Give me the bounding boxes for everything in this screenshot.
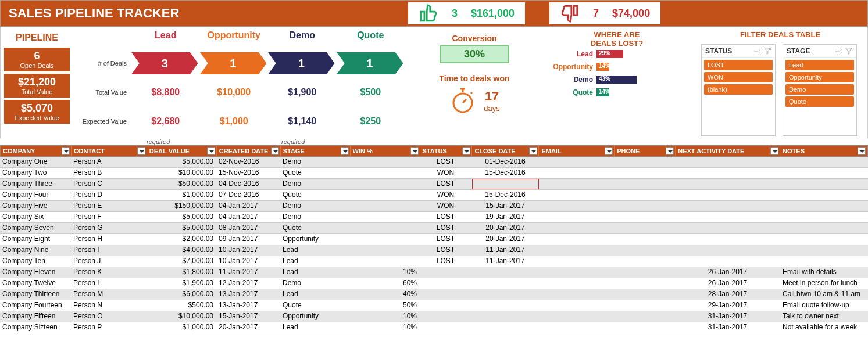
cell-next-activity[interactable]: 26-Jan-2017 (676, 278, 780, 289)
cell-stage[interactable]: Lead (280, 267, 350, 278)
cell-company[interactable]: Company Seven (0, 223, 71, 233)
cell-company[interactable]: Company Fourteen (0, 300, 71, 311)
cell-close-date[interactable] (472, 311, 539, 322)
col-header-win-%[interactable]: WIN % (351, 146, 420, 156)
cell-created-date[interactable]: 13-Jan-2017 (216, 289, 280, 300)
cell-next-activity[interactable]: 31-Jan-2017 (676, 311, 780, 322)
status-item-won[interactable]: WON (704, 72, 773, 82)
cell-win-pct[interactable] (350, 168, 420, 178)
cell-status[interactable]: LOST (420, 256, 472, 267)
cell-created-date[interactable]: 20-Jan-2017 (216, 322, 280, 333)
cell-deal-value[interactable]: $500.00 (147, 300, 216, 311)
cell-deal-value[interactable]: $5,000.00 (147, 212, 216, 222)
col-header-company[interactable]: COMPANY (1, 146, 72, 156)
stage-item-demo[interactable]: Demo (785, 84, 854, 95)
status-slicer[interactable]: STATUS LOSTWON(blank) (701, 44, 776, 136)
cell-win-pct[interactable]: 10% (350, 311, 420, 322)
cell-status[interactable]: LOST (420, 245, 472, 256)
cell-notes[interactable] (780, 223, 867, 233)
status-item-lost[interactable]: LOST (704, 60, 773, 70)
cell-notes[interactable] (780, 212, 867, 222)
filter-dropdown-icon[interactable] (137, 147, 145, 155)
cell-notes[interactable] (780, 179, 867, 189)
stage-item-lead[interactable]: Lead (785, 60, 854, 70)
cell-win-pct[interactable] (350, 212, 420, 222)
cell-phone[interactable] (615, 311, 676, 322)
cell-notes[interactable] (780, 168, 867, 178)
table-row[interactable]: Company Two Person B $10,000.00 15-Nov-2… (0, 168, 868, 179)
table-row[interactable]: Company Seven Person G $5,000.00 08-Jan-… (0, 223, 868, 234)
cell-notes[interactable]: Email quote follow-up (780, 300, 867, 311)
cell-win-pct[interactable] (350, 179, 420, 189)
cell-contact[interactable]: Person N (71, 300, 147, 311)
filter-dropdown-icon[interactable] (271, 147, 279, 155)
cell-email[interactable] (539, 267, 615, 278)
cell-contact[interactable]: Person H (71, 234, 147, 245)
cell-status[interactable]: LOST (420, 179, 472, 189)
table-row[interactable]: Company Five Person E $150,000.00 04-Jan… (0, 201, 868, 212)
cell-email[interactable] (539, 300, 615, 311)
cell-deal-value[interactable]: $10,000.00 (147, 168, 216, 178)
cell-win-pct[interactable]: 60% (350, 278, 420, 289)
cell-status[interactable]: LOST (420, 234, 472, 245)
table-row[interactable]: Company Sizteen Person P $1,000.00 20-Ja… (0, 322, 868, 333)
cell-phone[interactable] (615, 223, 676, 233)
stage-item-opportunity[interactable]: Opportunity (785, 72, 854, 82)
cell-close-date[interactable] (472, 179, 539, 189)
multiselect-icon[interactable] (753, 47, 761, 55)
table-row[interactable]: Company Eleven Person K $1,800.00 11-Jan… (0, 267, 868, 278)
cell-phone[interactable] (615, 234, 676, 245)
cell-deal-value[interactable]: $5,000.00 (147, 157, 216, 167)
cell-close-date[interactable]: 11-Jan-2017 (472, 245, 539, 256)
table-row[interactable]: Company Ten Person J $7,000.00 10-Jan-20… (0, 256, 868, 267)
cell-stage[interactable]: Quote (280, 300, 350, 311)
cell-deal-value[interactable]: $6,000.00 (147, 289, 216, 300)
cell-phone[interactable] (615, 157, 676, 167)
stage-slicer[interactable]: STAGE LeadOpportunityDemoQuote (783, 44, 857, 136)
cell-next-activity[interactable] (676, 168, 780, 178)
cell-win-pct[interactable] (350, 234, 420, 245)
cell-notes[interactable] (780, 256, 867, 267)
cell-win-pct[interactable] (350, 157, 420, 167)
cell-created-date[interactable]: 08-Jan-2017 (216, 223, 280, 233)
cell-close-date[interactable] (472, 322, 539, 333)
table-row[interactable]: Company Fourteen Person N $500.00 13-Jan… (0, 300, 868, 311)
cell-win-pct[interactable]: 10% (350, 267, 420, 278)
cell-phone[interactable] (615, 179, 676, 189)
cell-email[interactable] (539, 245, 615, 256)
cell-win-pct[interactable] (350, 256, 420, 267)
cell-email[interactable] (539, 179, 615, 189)
cell-stage[interactable]: Lead (280, 256, 350, 267)
cell-created-date[interactable]: 04-Jan-2017 (216, 212, 280, 222)
table-row[interactable]: Company Nine Person I $4,000.00 10-Jan-2… (0, 245, 868, 256)
cell-contact[interactable]: Person K (71, 267, 147, 278)
cell-deal-value[interactable]: $4,000.00 (147, 245, 216, 256)
cell-company[interactable]: Company Nine (0, 245, 71, 256)
cell-status[interactable]: LOST (420, 223, 472, 233)
cell-created-date[interactable]: 15-Nov-2016 (216, 168, 280, 178)
cell-phone[interactable] (615, 168, 676, 178)
cell-deal-value[interactable]: $1,900.00 (147, 278, 216, 289)
cell-created-date[interactable]: 10-Jan-2017 (216, 256, 280, 267)
clear-filter-icon[interactable] (845, 47, 853, 55)
cell-stage[interactable]: Demo (280, 201, 350, 211)
cell-next-activity[interactable] (676, 256, 780, 267)
cell-next-activity[interactable] (676, 212, 780, 222)
cell-created-date[interactable]: 10-Jan-2017 (216, 245, 280, 256)
cell-deal-value[interactable]: $2,000.00 (147, 234, 216, 245)
cell-phone[interactable] (615, 322, 676, 333)
cell-contact[interactable]: Person C (71, 179, 147, 189)
col-header-stage[interactable]: STAGE (281, 146, 351, 156)
cell-created-date[interactable]: 02-Nov-2016 (216, 157, 280, 167)
cell-phone[interactable] (615, 201, 676, 211)
filter-dropdown-icon[interactable] (207, 147, 215, 155)
cell-deal-value[interactable]: $7,000.00 (147, 256, 216, 267)
table-row[interactable]: Company Thirteen Person M $6,000.00 13-J… (0, 289, 868, 300)
cell-win-pct[interactable] (350, 190, 420, 200)
cell-next-activity[interactable]: 26-Jan-2017 (676, 267, 780, 278)
cell-deal-value[interactable]: $1,000.00 (147, 190, 216, 200)
cell-close-date[interactable]: 20-Jan-2017 (472, 234, 539, 245)
table-row[interactable]: Company Fifteen Person O $10,000.00 15-J… (0, 311, 868, 322)
cell-close-date[interactable]: 15-Dec-2016 (472, 168, 539, 178)
cell-close-date[interactable] (472, 267, 539, 278)
